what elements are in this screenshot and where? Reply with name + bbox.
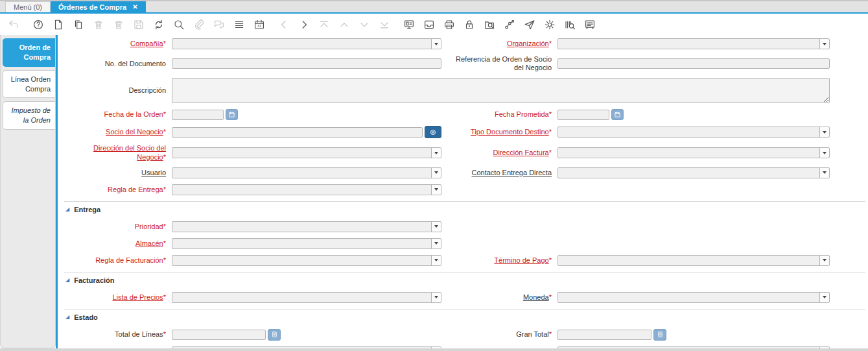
copy-record-button[interactable] <box>71 18 86 32</box>
organizacion-field[interactable] <box>557 38 830 49</box>
save-icon <box>133 19 145 30</box>
chevron-down-icon <box>823 296 827 298</box>
calendar-icon <box>614 111 621 118</box>
window-help-icon <box>584 19 596 30</box>
undo-button <box>6 18 21 32</box>
compania-input[interactable] <box>172 39 431 49</box>
zoom-across-button[interactable] <box>482 18 497 32</box>
fecha-orden-calendar-button[interactable] <box>226 109 238 120</box>
calendar-button[interactable]: 31 <box>252 18 266 32</box>
section-divider <box>64 272 865 272</box>
tipo-documento-destino-dropdown-button[interactable] <box>819 127 829 137</box>
regla-entrega-dropdown-button[interactable] <box>431 185 441 195</box>
direccion-socio-field[interactable] <box>172 147 441 158</box>
chevron-down-icon <box>434 259 438 261</box>
total-lineas-input[interactable] <box>172 330 266 340</box>
contacto-entrega-dropdown-button[interactable] <box>819 168 829 178</box>
prioridad-dropdown-button[interactable] <box>431 222 441 232</box>
almacen-input[interactable] <box>172 239 431 248</box>
usuario-label: Usuario <box>63 169 168 177</box>
fecha-prometida-calendar-button[interactable] <box>611 109 624 120</box>
almacen-field[interactable] <box>172 238 441 249</box>
descripcion-textarea[interactable] <box>172 78 830 103</box>
next-record-icon <box>358 19 370 30</box>
tab-ordenes-de-compra[interactable]: Órdenes de Compra ✕ <box>51 1 146 12</box>
chevron-down-icon <box>823 152 827 154</box>
delete-record-icon <box>93 19 104 30</box>
contacto-entrega-field[interactable] <box>557 167 830 178</box>
fecha-prometida-input[interactable] <box>557 110 609 120</box>
fecha-orden-input[interactable] <box>172 110 224 120</box>
send-mail-button[interactable] <box>522 18 537 32</box>
prioridad-field[interactable] <box>172 221 441 232</box>
product-info-button[interactable] <box>563 18 577 32</box>
print-button[interactable] <box>442 18 456 32</box>
section-collapse-icon[interactable]: ◢ <box>65 207 69 212</box>
compania-dropdown-button[interactable] <box>431 39 441 49</box>
sidebar-tab-linea-orden-compra[interactable]: Línea Orden Compra <box>3 70 55 99</box>
moneda-label: Moneda* <box>445 293 554 302</box>
regla-facturacion-input[interactable] <box>172 256 431 265</box>
archive-button[interactable] <box>422 18 436 32</box>
termino-pago-input[interactable] <box>558 256 819 265</box>
regla-facturacion-dropdown-button[interactable] <box>431 256 441 265</box>
section-collapse-icon[interactable]: ◢ <box>65 315 69 320</box>
tab-menu[interactable]: Menú (0) <box>5 1 51 12</box>
moneda-dropdown-button[interactable] <box>819 293 829 302</box>
detail-record-button[interactable] <box>297 18 311 32</box>
new-record-button[interactable] <box>51 18 65 32</box>
direccion-factura-input[interactable] <box>558 148 819 158</box>
direccion-factura-field[interactable] <box>557 147 830 158</box>
delete-record-button <box>91 18 106 32</box>
sidebar: Orden de Compra Línea Orden Compra Impue… <box>0 35 56 348</box>
regla-facturacion-field[interactable] <box>172 255 441 266</box>
window-help-button[interactable] <box>583 18 597 32</box>
usuario-field[interactable] <box>172 167 441 178</box>
socio-negocio-input[interactable] <box>172 127 423 138</box>
usuario-dropdown-button[interactable] <box>431 168 441 178</box>
lock-button[interactable] <box>462 18 476 32</box>
attachment-icon <box>193 19 205 30</box>
direccion-socio-dropdown-button[interactable] <box>431 148 441 158</box>
direccion-factura-dropdown-button[interactable] <box>819 148 829 158</box>
lista-precios-input[interactable] <box>172 293 431 302</box>
termino-pago-dropdown-button[interactable] <box>819 256 829 265</box>
prioridad-input[interactable] <box>172 222 431 232</box>
moneda-input[interactable] <box>558 293 819 302</box>
no-documento-input[interactable] <box>172 58 441 69</box>
preferences-icon <box>544 19 556 30</box>
lista-precios-field[interactable] <box>172 292 441 303</box>
moneda-field[interactable] <box>557 292 830 303</box>
sidebar-tab-orden-de-compra[interactable]: Orden de Compra <box>3 38 55 67</box>
direccion-socio-input[interactable] <box>172 148 431 158</box>
organizacion-input[interactable] <box>558 39 819 49</box>
gran-total-input[interactable] <box>557 330 651 340</box>
termino-pago-field[interactable] <box>557 255 830 266</box>
usuario-input[interactable] <box>172 168 431 178</box>
contacto-entrega-input[interactable] <box>558 168 819 178</box>
sidebar-tab-impuesto-de-la-orden[interactable]: Impuesto de la Orden <box>3 101 55 130</box>
almacen-dropdown-button[interactable] <box>431 239 441 248</box>
tipo-documento-destino-field[interactable] <box>557 127 830 138</box>
regla-entrega-input[interactable] <box>172 185 431 195</box>
grid-toggle-button[interactable] <box>232 18 246 32</box>
preferences-button[interactable] <box>543 18 557 32</box>
total-lineas-calculator-button[interactable] <box>268 329 281 341</box>
tipo-documento-destino-input[interactable] <box>558 127 819 137</box>
help-button[interactable] <box>31 18 45 32</box>
socio-negocio-search-button[interactable] <box>425 126 441 138</box>
regla-entrega-field[interactable] <box>172 184 441 195</box>
close-icon[interactable]: ✕ <box>132 3 137 10</box>
workflow-button[interactable] <box>502 18 517 32</box>
find-button[interactable] <box>172 18 186 32</box>
compania-field[interactable] <box>172 38 441 49</box>
delete-selection-icon <box>113 19 124 30</box>
chevron-down-icon <box>434 171 438 174</box>
referencia-input[interactable] <box>557 58 830 69</box>
lista-precios-dropdown-button[interactable] <box>431 293 441 302</box>
organizacion-dropdown-button[interactable] <box>819 39 829 49</box>
section-collapse-icon[interactable]: ◢ <box>65 278 69 283</box>
report-button[interactable] <box>402 18 416 32</box>
refresh-button[interactable] <box>152 18 166 32</box>
gran-total-calculator-button[interactable] <box>653 329 666 341</box>
